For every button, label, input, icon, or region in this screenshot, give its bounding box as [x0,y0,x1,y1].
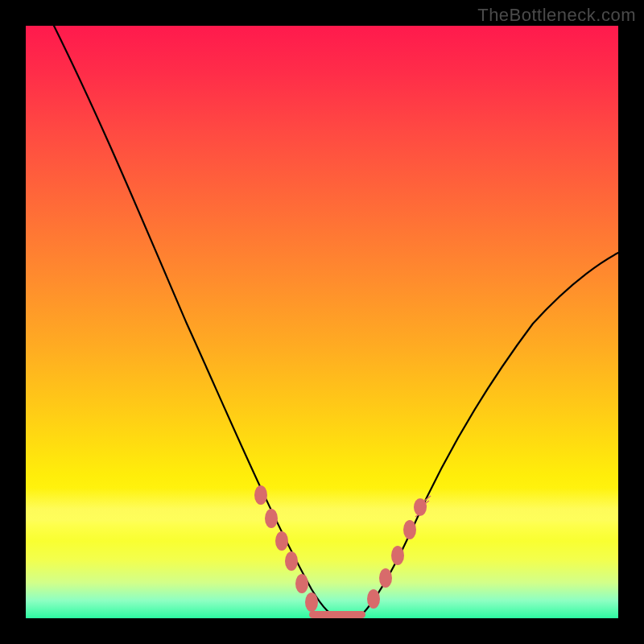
outer-frame: TheBottleneck.com [0,0,644,644]
svg-point-7 [379,568,392,588]
svg-point-6 [367,589,380,609]
svg-point-8 [391,546,404,565]
svg-point-1 [265,509,278,528]
svg-point-2 [275,531,288,551]
svg-point-4 [295,574,308,593]
svg-point-0 [254,485,267,505]
curve-layer [26,26,618,618]
svg-point-3 [285,551,298,571]
watermark-text: TheBottleneck.com [477,5,636,26]
markers-left [254,485,318,612]
curve-left [50,26,340,617]
svg-point-9 [403,520,416,539]
floor-band [309,611,365,618]
plot-area [26,26,618,618]
svg-point-5 [305,592,318,612]
